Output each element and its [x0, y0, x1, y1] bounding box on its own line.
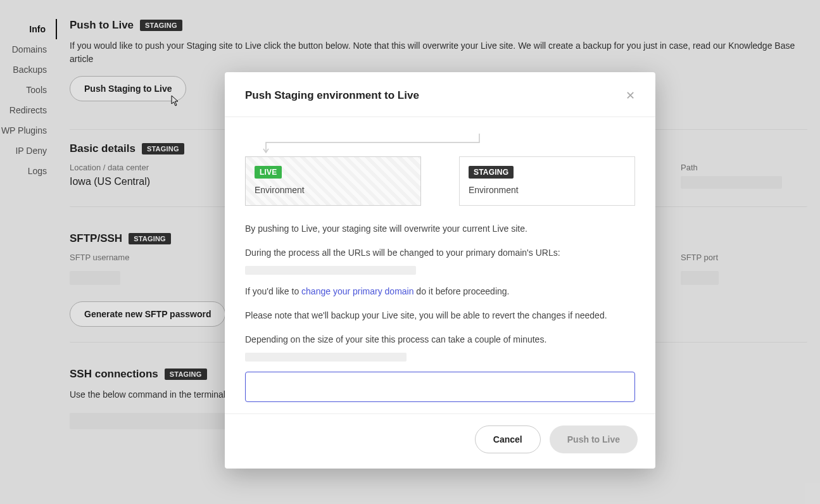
env-label: Environment	[469, 185, 626, 195]
env-card-staging[interactable]: STAGING Environment	[459, 156, 635, 206]
push-to-live-modal: Push Staging environment to Live ✕ LIVE …	[225, 72, 655, 469]
modal-text-2: During the process all the URLs will be …	[245, 246, 635, 260]
modal-text-4: Please note that we'll backup your Live …	[245, 309, 635, 323]
modal-text-3a: If you'd like to	[245, 286, 301, 296]
cancel-button[interactable]: Cancel	[475, 425, 541, 453]
confirm-input[interactable]	[245, 372, 635, 402]
close-icon[interactable]: ✕	[623, 86, 638, 105]
modal-text-5: Depending on the size of your site this …	[245, 333, 635, 347]
modal-text-3: If you'd like to change your primary dom…	[245, 285, 635, 299]
push-to-live-button[interactable]: Push to Live	[550, 425, 638, 453]
flow-arrow-icon	[255, 134, 635, 156]
staging-badge: STAGING	[469, 166, 514, 179]
modal-text-3b: do it before proceeding.	[413, 286, 509, 296]
modal-title: Push Staging environment to Live	[245, 89, 419, 102]
change-primary-domain-link[interactable]: change your primary domain	[301, 286, 413, 296]
live-badge: LIVE	[255, 166, 282, 179]
env-card-live[interactable]: LIVE Environment	[245, 156, 421, 206]
modal-text-1: By pushing to Live, your staging site wi…	[245, 222, 635, 236]
domain-redacted	[245, 266, 416, 275]
redacted-line	[245, 353, 407, 362]
env-label: Environment	[255, 185, 412, 195]
